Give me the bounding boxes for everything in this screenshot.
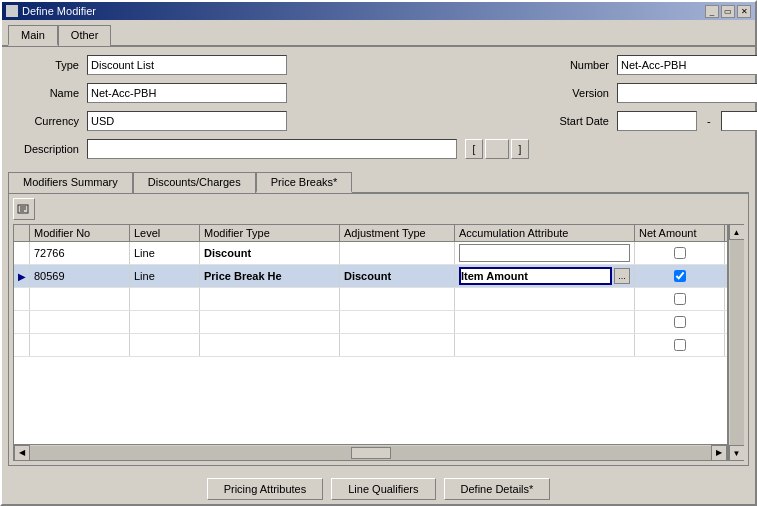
startdate-input1[interactable] bbox=[617, 111, 697, 131]
edit-icon-button[interactable] bbox=[13, 198, 35, 220]
col-level: Level bbox=[130, 225, 200, 241]
version-label: Version bbox=[559, 87, 609, 99]
row1-modifier-type: Discount bbox=[200, 242, 340, 264]
name-input[interactable] bbox=[87, 83, 287, 103]
row2-modifier-type: Price Break He bbox=[200, 265, 340, 287]
minimize-button[interactable]: _ bbox=[705, 5, 719, 18]
row2-net-checkbox[interactable] bbox=[674, 270, 686, 282]
row1-indicator bbox=[14, 242, 30, 264]
startdate-sep: - bbox=[705, 115, 713, 127]
table-row[interactable]: ▶ 80569 Line Price Break He Discount ... bbox=[14, 265, 727, 288]
col-adjustment-type: Adjustment Type bbox=[340, 225, 455, 241]
row1-modifier-no: 72766 bbox=[30, 242, 130, 264]
row1-level: Line bbox=[130, 242, 200, 264]
tab-main[interactable]: Main bbox=[8, 25, 58, 46]
top-tab-bar: Main Other bbox=[2, 20, 755, 47]
restore-button[interactable]: ▭ bbox=[721, 5, 735, 18]
table-row[interactable]: 72766 Line Discount bbox=[14, 242, 727, 265]
define-details-button[interactable]: Define Details* bbox=[444, 478, 551, 500]
col-modifier-type: Modifier Type bbox=[200, 225, 340, 241]
table-row bbox=[14, 288, 727, 311]
number-input[interactable] bbox=[617, 55, 757, 75]
row2-level: Line bbox=[130, 265, 200, 287]
hscroll-left-btn[interactable]: ◀ bbox=[14, 445, 30, 461]
tab-price-breaks[interactable]: Price Breaks* bbox=[256, 172, 353, 193]
hscroll-right-btn[interactable]: ▶ bbox=[711, 445, 727, 461]
vscroll-down-btn[interactable]: ▼ bbox=[729, 445, 745, 461]
hscroll-thumb[interactable] bbox=[351, 447, 391, 459]
edit-icon bbox=[17, 202, 31, 216]
table-header: Modifier No Level Modifier Type Adjustme… bbox=[14, 225, 727, 242]
row4-net-checkbox[interactable] bbox=[674, 316, 686, 328]
row2-a bbox=[725, 265, 727, 287]
window-icon bbox=[6, 5, 18, 17]
type-label: Type bbox=[14, 59, 79, 71]
table-row bbox=[14, 311, 727, 334]
line-qualifiers-button[interactable]: Line Qualifiers bbox=[331, 478, 435, 500]
tab-discounts-charges[interactable]: Discounts/Charges bbox=[133, 172, 256, 193]
hscroll-track[interactable] bbox=[30, 446, 711, 460]
window-title: Define Modifier bbox=[22, 5, 96, 17]
row2-indicator: ▶ bbox=[14, 265, 30, 287]
row2-accum-attribute: ... bbox=[455, 265, 635, 287]
desc-btn-1[interactable]: [ bbox=[465, 139, 483, 159]
row1-a bbox=[725, 242, 727, 264]
row3-indicator bbox=[14, 288, 30, 310]
vscroll-track[interactable] bbox=[730, 240, 744, 445]
row1-net-amount bbox=[635, 242, 725, 264]
row3-net-checkbox[interactable] bbox=[674, 293, 686, 305]
name-label: Name bbox=[14, 87, 79, 99]
inner-tab-bar: Modifiers Summary Discounts/Charges Pric… bbox=[8, 171, 749, 194]
description-input[interactable] bbox=[87, 139, 457, 159]
row2-adjustment-type: Discount bbox=[340, 265, 455, 287]
row1-accum-attribute bbox=[455, 242, 635, 264]
row1-net-checkbox[interactable] bbox=[674, 247, 686, 259]
row2-modifier-no: 80569 bbox=[30, 265, 130, 287]
tab-other[interactable]: Other bbox=[58, 25, 112, 46]
row1-accum-input[interactable] bbox=[459, 244, 630, 262]
desc-btn-3[interactable]: ] bbox=[511, 139, 529, 159]
row1-adjustment-type bbox=[340, 242, 455, 264]
vscroll-up-btn[interactable]: ▲ bbox=[729, 224, 745, 240]
form-area: Type Name Currency Description [ bbox=[2, 47, 755, 171]
pricing-attributes-button[interactable]: Pricing Attributes bbox=[207, 478, 324, 500]
desc-btn-2[interactable] bbox=[485, 139, 509, 159]
currency-label: Currency bbox=[14, 115, 79, 127]
table-row bbox=[14, 334, 727, 357]
row2-accum-input[interactable] bbox=[459, 267, 612, 285]
row2-net-amount bbox=[635, 265, 725, 287]
startdate-input2[interactable] bbox=[721, 111, 757, 131]
inner-area: Modifiers Summary Discounts/Charges Pric… bbox=[2, 171, 755, 472]
col-indicator bbox=[14, 225, 30, 241]
col-modifier-no: Modifier No bbox=[30, 225, 130, 241]
row5-net-checkbox[interactable] bbox=[674, 339, 686, 351]
bottom-bar: Pricing Attributes Line Qualifiers Defin… bbox=[2, 472, 755, 504]
type-input[interactable] bbox=[87, 55, 287, 75]
vertical-scrollbar[interactable]: ▲ ▼ bbox=[728, 224, 744, 461]
col-net-amount: Net Amount bbox=[635, 225, 725, 241]
table-body: 72766 Line Discount bbox=[14, 242, 727, 444]
close-button[interactable]: ✕ bbox=[737, 5, 751, 18]
ellipsis-button[interactable]: ... bbox=[614, 268, 630, 284]
inner-content: Modifier No Level Modifier Type Adjustme… bbox=[8, 194, 749, 466]
description-label: Description bbox=[14, 143, 79, 155]
title-bar: Define Modifier _ ▭ ✕ bbox=[2, 2, 755, 20]
currency-input[interactable] bbox=[87, 111, 287, 131]
data-table: Modifier No Level Modifier Type Adjustme… bbox=[13, 224, 728, 461]
col-accum-attribute: Accumulation Attribute bbox=[455, 225, 635, 241]
number-label: Number bbox=[559, 59, 609, 71]
version-input[interactable] bbox=[617, 83, 757, 103]
toolbar bbox=[13, 198, 744, 220]
horizontal-scrollbar[interactable]: ◀ ▶ bbox=[14, 444, 727, 460]
tab-modifiers-summary[interactable]: Modifiers Summary bbox=[8, 172, 133, 193]
startdate-label: Start Date bbox=[559, 115, 609, 127]
